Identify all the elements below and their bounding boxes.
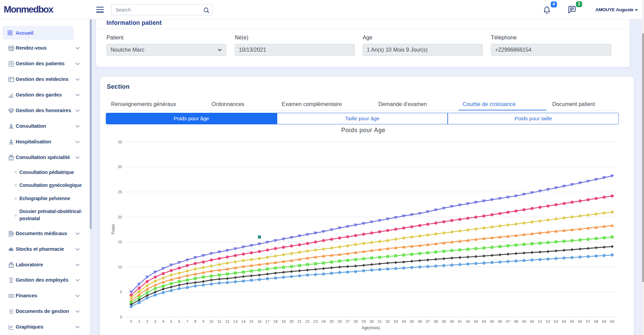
svg-text:22: 22 xyxy=(306,319,310,323)
svg-text:23: 23 xyxy=(313,319,318,323)
svg-text:46: 46 xyxy=(498,319,502,323)
svg-text:11: 11 xyxy=(217,319,221,323)
svg-text:16: 16 xyxy=(257,319,262,323)
svg-text:29: 29 xyxy=(362,319,366,323)
svg-text:Age(mois): Age(mois) xyxy=(362,325,380,330)
svg-text:14: 14 xyxy=(241,319,246,323)
svg-text:49: 49 xyxy=(522,319,526,323)
svg-text:60: 60 xyxy=(610,319,614,323)
svg-text:25: 25 xyxy=(118,190,122,194)
svg-text:9: 9 xyxy=(202,319,204,323)
svg-text:1: 1 xyxy=(138,319,140,323)
svg-text:35: 35 xyxy=(410,319,414,323)
svg-text:27: 27 xyxy=(345,319,350,323)
svg-text:38: 38 xyxy=(434,319,438,323)
svg-text:15: 15 xyxy=(249,319,254,323)
svg-text:28: 28 xyxy=(353,319,358,323)
svg-text:31: 31 xyxy=(378,319,382,323)
svg-text:37: 37 xyxy=(426,319,430,323)
svg-text:25: 25 xyxy=(329,319,334,323)
svg-text:47: 47 xyxy=(506,319,510,323)
svg-text:56: 56 xyxy=(578,319,582,323)
svg-text:48: 48 xyxy=(514,319,518,323)
svg-text:50: 50 xyxy=(530,319,534,323)
svg-text:3: 3 xyxy=(154,319,156,323)
svg-text:30: 30 xyxy=(369,319,374,323)
svg-text:30: 30 xyxy=(118,165,122,169)
svg-text:10: 10 xyxy=(209,319,214,323)
svg-text:19: 19 xyxy=(281,319,286,323)
svg-text:10: 10 xyxy=(118,265,122,269)
svg-text:36: 36 xyxy=(418,319,422,323)
svg-text:57: 57 xyxy=(586,319,590,323)
svg-text:8: 8 xyxy=(194,319,196,323)
svg-text:24: 24 xyxy=(321,319,326,323)
svg-text:39: 39 xyxy=(442,319,446,323)
svg-text:21: 21 xyxy=(297,319,302,323)
svg-text:12: 12 xyxy=(225,319,230,323)
svg-text:42: 42 xyxy=(466,319,470,323)
svg-text:34: 34 xyxy=(401,319,406,323)
svg-text:55: 55 xyxy=(570,319,574,323)
svg-text:4: 4 xyxy=(162,319,165,323)
svg-text:Poids: Poids xyxy=(111,224,116,234)
svg-text:20: 20 xyxy=(289,319,294,323)
svg-text:53: 53 xyxy=(554,319,558,323)
svg-text:0: 0 xyxy=(120,315,122,319)
svg-text:17: 17 xyxy=(265,319,270,323)
svg-text:45: 45 xyxy=(490,319,494,323)
svg-text:26: 26 xyxy=(337,319,342,323)
svg-text:15: 15 xyxy=(118,240,122,244)
svg-text:41: 41 xyxy=(458,319,462,323)
svg-text:5: 5 xyxy=(120,290,122,294)
svg-text:7: 7 xyxy=(186,319,188,323)
svg-text:59: 59 xyxy=(602,319,607,323)
svg-text:32: 32 xyxy=(385,319,390,323)
svg-text:20: 20 xyxy=(118,215,122,219)
svg-text:43: 43 xyxy=(474,319,478,323)
svg-text:0: 0 xyxy=(130,319,132,323)
svg-text:18: 18 xyxy=(273,319,278,323)
svg-text:40: 40 xyxy=(450,319,454,323)
svg-text:52: 52 xyxy=(546,319,550,323)
svg-text:44: 44 xyxy=(482,319,486,323)
svg-text:58: 58 xyxy=(594,319,598,323)
svg-text:6: 6 xyxy=(178,319,180,323)
svg-text:33: 33 xyxy=(394,319,398,323)
svg-text:54: 54 xyxy=(562,319,566,323)
svg-text:13: 13 xyxy=(233,319,238,323)
svg-text:2: 2 xyxy=(146,319,148,323)
svg-text:35: 35 xyxy=(118,140,122,144)
svg-text:5: 5 xyxy=(170,319,172,323)
svg-text:51: 51 xyxy=(538,319,542,323)
